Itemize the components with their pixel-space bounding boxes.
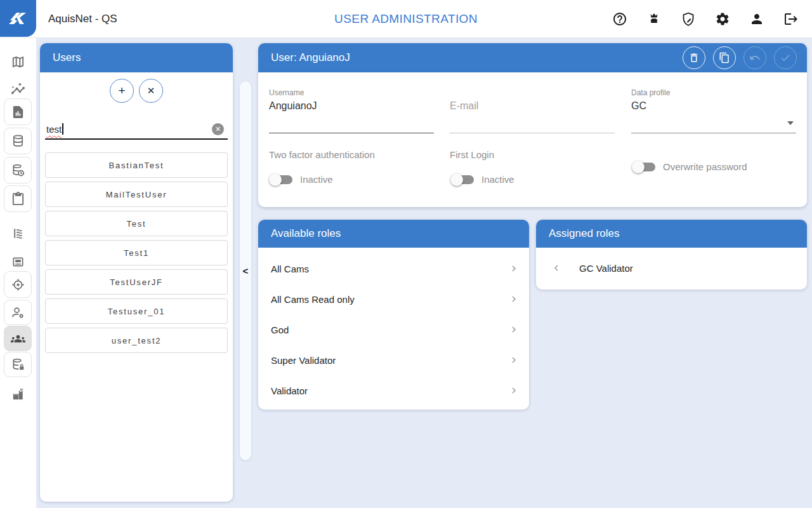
user-search-input[interactable]: test ✕ — [45, 119, 228, 140]
left-sidebar — [0, 37, 36, 508]
groups-icon — [11, 331, 25, 346]
user-list-item[interactable]: Testuser_01 — [45, 298, 228, 324]
delete-user-button[interactable] — [683, 46, 705, 69]
database-lock-icon — [11, 358, 25, 372]
help-icon[interactable] — [612, 11, 628, 27]
data-profile-label: Data profile — [631, 88, 796, 97]
toggle-knob — [632, 161, 645, 173]
username-field[interactable]: Username AnguianoJ — [269, 88, 434, 112]
database-clock-icon — [11, 163, 25, 178]
text-caret — [62, 123, 63, 135]
sidebar-item-database-lock[interactable] — [4, 352, 32, 377]
chevron-left-icon: < — [243, 265, 249, 276]
users-panel: Users + ✕ test ✕ BastianTest MailTestUse… — [40, 43, 233, 502]
report-document-icon — [11, 105, 25, 119]
location-target-icon — [11, 277, 25, 292]
sidebar-item-report[interactable] — [4, 98, 32, 125]
topbar-actions — [612, 0, 799, 38]
available-roles-header: Available roles — [258, 220, 529, 248]
role-item[interactable]: Validator — [258, 375, 529, 406]
database-icon — [11, 134, 25, 149]
chevron-right-icon — [509, 294, 519, 304]
user-list-item[interactable]: Test — [45, 211, 228, 236]
toggle-knob — [269, 173, 282, 186]
two-factor-toggle[interactable] — [271, 175, 292, 184]
copy-icon — [719, 52, 730, 64]
feed-book-icon — [11, 226, 25, 241]
close-button[interactable]: ✕ — [139, 79, 163, 103]
chevron-right-icon — [509, 385, 519, 396]
role-item[interactable]: All Cams Read only — [258, 284, 529, 314]
two-factor-label: Two factor authentication — [269, 149, 375, 160]
sidebar-item-database[interactable] — [4, 128, 32, 154]
user-list-item[interactable]: user_test2 — [45, 328, 228, 353]
assigned-roles-header: Assigned roles — [536, 220, 807, 248]
assigned-roles-title: Assigned roles — [549, 227, 620, 240]
sidebar-item-user-settings[interactable] — [4, 300, 32, 325]
chevron-right-icon — [509, 355, 519, 365]
user-detail-title: User: AnguianoJ — [271, 51, 350, 64]
overwrite-password-label: Overwrite password — [663, 161, 747, 172]
confirm-button[interactable] — [774, 46, 797, 69]
clipboard-icon — [11, 192, 25, 206]
dropdown-arrow-icon — [787, 121, 794, 125]
add-user-button[interactable]: + — [110, 79, 134, 103]
undo-button[interactable] — [743, 46, 766, 69]
first-login-state: Inactive — [481, 174, 514, 185]
email-placeholder: E-mail — [450, 100, 615, 112]
user-gear-icon — [11, 305, 25, 320]
trash-icon — [688, 52, 700, 64]
username-underline — [269, 133, 434, 133]
clear-search-icon[interactable]: ✕ — [212, 123, 224, 135]
username-value: AnguianoJ — [269, 100, 434, 112]
logout-icon[interactable] — [783, 11, 799, 27]
data-profile-value: GC — [631, 100, 796, 112]
toggle-knob — [450, 173, 463, 186]
overwrite-password-toggle[interactable] — [634, 163, 655, 171]
available-roles-list: All Cams All Cams Read only God Super Va… — [258, 248, 529, 406]
admin-crown-icon[interactable] — [646, 11, 662, 27]
account-user-icon[interactable] — [749, 11, 765, 27]
sidebar-item-castle[interactable] — [4, 380, 32, 407]
assigned-roles-panel: Assigned roles GC Validator — [536, 220, 807, 290]
settings-gear-icon[interactable] — [714, 11, 731, 27]
sidebar-item-user-administration[interactable] — [4, 326, 32, 351]
role-item[interactable]: God — [258, 314, 529, 345]
assigned-role-item[interactable]: GC Validator — [536, 248, 807, 288]
email-field[interactable]: E-mail — [450, 88, 615, 112]
users-panel-title: Users — [53, 51, 81, 64]
role-item[interactable]: Super Validator — [258, 345, 529, 375]
sidebar-item-location[interactable] — [4, 271, 32, 298]
duplicate-user-button[interactable] — [713, 46, 736, 69]
user-list-item[interactable]: BastianTest — [45, 152, 228, 178]
app-logo[interactable] — [0, 0, 36, 37]
users-panel-header: Users — [40, 43, 233, 72]
collapse-panel-handle[interactable]: < — [240, 81, 251, 460]
map-icon — [11, 55, 25, 69]
role-item[interactable]: All Cams — [258, 253, 529, 284]
user-list-item[interactable]: TestUserJF — [45, 269, 228, 295]
security-shield-edit-icon[interactable] — [680, 11, 697, 27]
user-detail-header: User: AnguianoJ — [258, 43, 807, 72]
email-underline — [450, 133, 615, 133]
users-actions: + ✕ — [40, 79, 233, 103]
search-value: test — [46, 124, 62, 135]
castle-icon — [11, 387, 25, 401]
check-icon — [780, 52, 791, 64]
data-profile-underline — [631, 133, 796, 133]
chevron-left-icon — [551, 263, 561, 273]
sidebar-item-map[interactable] — [4, 48, 32, 75]
username-label: Username — [269, 88, 434, 97]
user-list-item[interactable]: MailTestUser — [45, 182, 228, 207]
user-list: BastianTest MailTestUser Test Test1 Test… — [45, 152, 228, 353]
undo-icon — [749, 52, 761, 64]
sidebar-item-database-history[interactable] — [4, 157, 32, 184]
article-icon — [11, 255, 25, 269]
user-list-item[interactable]: Test1 — [45, 240, 228, 265]
data-profile-select[interactable]: Data profile GC — [631, 88, 796, 112]
sidebar-item-feed[interactable] — [4, 220, 32, 246]
available-roles-panel: Available roles All Cams All Cams Read o… — [258, 220, 529, 410]
chevron-right-icon — [509, 264, 519, 274]
first-login-toggle[interactable] — [452, 175, 474, 184]
sidebar-item-clipboard[interactable] — [4, 185, 32, 212]
